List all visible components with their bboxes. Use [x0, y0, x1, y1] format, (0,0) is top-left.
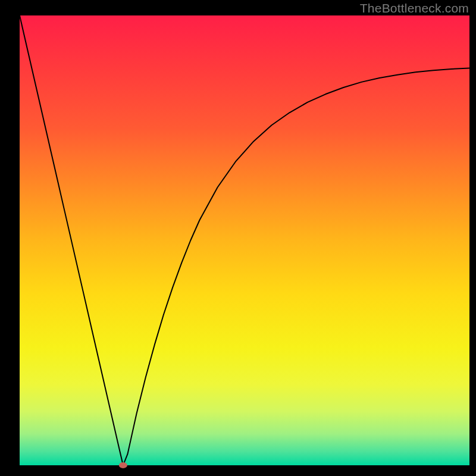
chart-stage: TheBottleneck.com [0, 0, 476, 476]
watermark-text: TheBottleneck.com [360, 1, 469, 15]
bottleneck-chart [0, 0, 476, 476]
plot-background [20, 15, 469, 465]
minimum-marker [119, 462, 127, 468]
